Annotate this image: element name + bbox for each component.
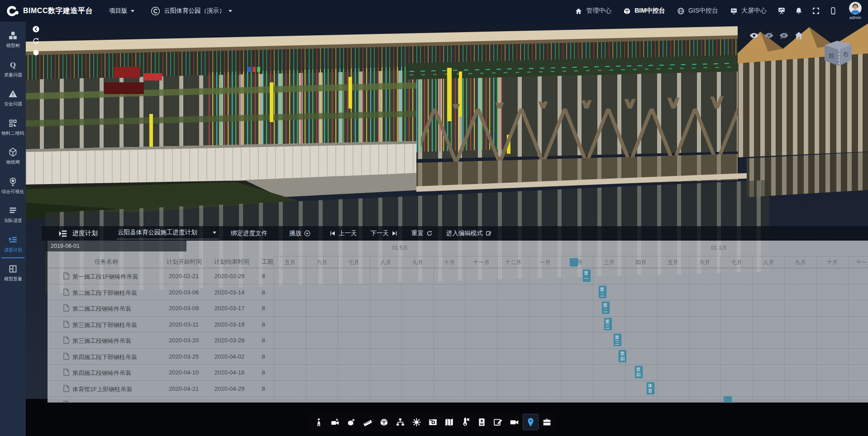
nav-menu-globe[interactable]: GIS中控台	[677, 7, 718, 15]
chevron-down-icon	[213, 232, 216, 236]
edition-dropdown[interactable]: 项目版	[109, 7, 135, 15]
gantt-bar[interactable]: 第三施工段下部钢柱吊装	[604, 318, 612, 331]
eye-off-icon[interactable]	[764, 32, 774, 39]
toolbar-button-device-panel[interactable]	[474, 414, 489, 430]
task-duration: 8	[250, 353, 277, 360]
next-day-button[interactable]: 下一天	[371, 229, 398, 237]
prev-day-button[interactable]: 上一天	[329, 229, 357, 237]
mobile-icon[interactable]	[829, 7, 837, 15]
enter-edit-mode-button[interactable]: 进入编辑模式	[446, 229, 492, 237]
project-dropdown[interactable]: 云阳体育公园（演示）	[151, 6, 232, 16]
toolbar-button-section-box[interactable]	[377, 414, 391, 430]
eye-icon[interactable]	[749, 32, 759, 39]
gantt-bar-clipped[interactable]	[569, 258, 578, 267]
dot-icon[interactable]	[32, 49, 40, 57]
sidebar-item-model-quantity[interactable]: 模型算量	[0, 259, 26, 288]
task-row[interactable]: 第二施工段钢铸件吊装 2020-03-09 2020-03-17 8	[48, 300, 868, 317]
gantt-bar[interactable]: 第二施工段下部钢柱吊装	[598, 285, 607, 299]
sidebar-item-model-tree[interactable]: 模型树	[0, 25, 26, 55]
toolbar-button-snapshot[interactable]	[425, 414, 440, 430]
document-icon	[63, 353, 69, 360]
globe-icon	[677, 7, 685, 15]
svg-text:Q: Q	[10, 61, 16, 69]
svg-text:右: 右	[843, 51, 849, 57]
month-label: 九月	[795, 259, 806, 266]
reset-button[interactable]: 重置	[411, 229, 433, 237]
bind-schedule-file-button[interactable]: 绑定进度文件	[231, 229, 267, 237]
toolbar-button-camera[interactable]	[507, 414, 522, 430]
svg-text:前: 前	[829, 52, 835, 59]
brand-logo-icon	[6, 5, 19, 17]
settings-icon	[412, 417, 421, 427]
gantt-bar[interactable]: 第二施工段钢铸件吊装	[601, 301, 610, 314]
toolbar-button-location-pin[interactable]	[523, 414, 538, 430]
task-duration: 8	[250, 369, 277, 376]
sidebar-item-visualization[interactable]: 综合可视化	[0, 171, 26, 201]
fullscreen-icon[interactable]	[812, 7, 820, 15]
task-name: 第三施工段钢铸件吊装	[72, 337, 131, 345]
gantt-bar[interactable]: 第三施工段钢铸件吊装	[613, 333, 622, 346]
toolbar-button-record-video[interactable]	[328, 414, 343, 430]
task-row[interactable]: 体育馆1F上部钢柱吊装 2020-04-21 2020-04-29 8	[48, 381, 868, 397]
gantt-list-icon	[59, 230, 67, 237]
document-icon	[63, 336, 69, 344]
gantt-bar[interactable]: 第四施工段钢铸件吊装	[634, 365, 643, 379]
back-icon[interactable]	[32, 25, 40, 33]
bell-icon[interactable]	[795, 7, 803, 15]
task-row-partial[interactable]	[48, 397, 868, 403]
record-video-icon	[330, 417, 340, 427]
username-label: admin	[849, 15, 861, 20]
markup-edit-icon	[493, 417, 503, 427]
sidebar-item-iot[interactable]: 物联网	[0, 142, 26, 171]
toolbar-button-measure[interactable]	[360, 414, 375, 430]
month-label: 十二月	[505, 259, 521, 266]
play-icon	[304, 230, 310, 237]
toolbar-button-settings[interactable]	[409, 414, 424, 430]
sidebar-item-schedule-plan[interactable]: 进度计划	[0, 230, 26, 259]
task-row[interactable]: 第三施工段钢铸件吊装 2020-03-20 2020-03-28 8	[48, 332, 868, 349]
toolbar-button-structure-tree[interactable]	[393, 414, 408, 430]
task-row[interactable]: 第一施工段1F钢铸件吊装 2020-02-21 2020-02-29 8	[48, 268, 868, 284]
month-label: 六月	[316, 259, 327, 266]
project-icon	[151, 6, 160, 16]
sidebar-item-safety[interactable]: 安全问题	[0, 84, 26, 113]
task-row[interactable]: 第三施工段下部钢柱吊装 2020-03-11 2020-03-19 8	[48, 317, 868, 333]
nav-menu-home[interactable]: 管理中心	[575, 7, 611, 15]
model-quantity-icon	[8, 264, 18, 274]
plan-select-dropdown[interactable]: 云阳县体育公园施工进度计划	[117, 227, 219, 239]
task-row[interactable]: 第二施工段下部钢柱吊装 2020-03-06 2020-03-14 8	[48, 284, 868, 301]
actual-progress-icon	[8, 206, 18, 215]
user-avatar[interactable]: admin	[849, 2, 862, 20]
month-label: 十月	[444, 259, 455, 266]
task-row[interactable]: 第四施工段钢铸件吊装 2020-04-10 2020-04-18 8	[48, 365, 868, 381]
vp-home-icon[interactable]	[794, 32, 804, 39]
left-sidebar: 模型树 Q 质量问题 安全问题 物料二维码 物联网 综合可视化 实际进度 进度计…	[0, 22, 26, 436]
nav-menu-bim-cube[interactable]: BIM中控台	[623, 7, 665, 15]
refresh-icon[interactable]	[32, 37, 40, 45]
toolbar-button-viewpoint[interactable]	[344, 414, 359, 430]
navigation-cube[interactable]: 前 右	[818, 38, 856, 68]
task-table: 第一施工段1F钢铸件吊装 2020-02-21 2020-02-29 8 第二施…	[48, 268, 868, 403]
gantt-bar-clipped[interactable]	[723, 396, 732, 403]
play-button[interactable]: 播放	[289, 229, 310, 237]
month-label: 四月	[635, 259, 646, 266]
gantt-bar[interactable]: 体育馆1F上部钢柱吊装	[646, 382, 655, 395]
toolbar-button-markup-edit[interactable]	[491, 414, 506, 430]
toolbar-button-roam[interactable]	[311, 414, 326, 430]
toolbar-button-toolbox[interactable]	[539, 414, 554, 430]
toolbar-button-monitor[interactable]	[458, 414, 473, 430]
visualization-icon	[8, 177, 18, 186]
sidebar-item-material-qr[interactable]: 物料二维码	[0, 113, 26, 142]
task-row[interactable]: 第四施工段下部钢柱吊装 2020-03-25 2020-04-02 8	[48, 349, 868, 365]
nav-menu-screen[interactable]: 大屏中心	[730, 7, 767, 15]
sidebar-item-actual-progress[interactable]: 实际进度	[0, 200, 26, 230]
gantt-bar[interactable]: 第四施工段下部钢柱吊装	[618, 350, 627, 363]
month-label: 十一月	[473, 259, 490, 266]
month-label: 三月	[604, 259, 615, 266]
sidebar-item-quality[interactable]: Q 质量问题	[0, 55, 26, 84]
eye-off-2-icon[interactable]	[779, 32, 789, 39]
board-icon[interactable]	[777, 7, 786, 15]
top-navbar: BIMCC数字建造平台 项目版 云阳体育公园（演示） 管理中心 BIM中控台	[0, 0, 868, 22]
toolbar-button-map[interactable]	[442, 414, 457, 430]
gantt-bar[interactable]: 第一施工段1F钢铸件吊装	[582, 269, 591, 282]
